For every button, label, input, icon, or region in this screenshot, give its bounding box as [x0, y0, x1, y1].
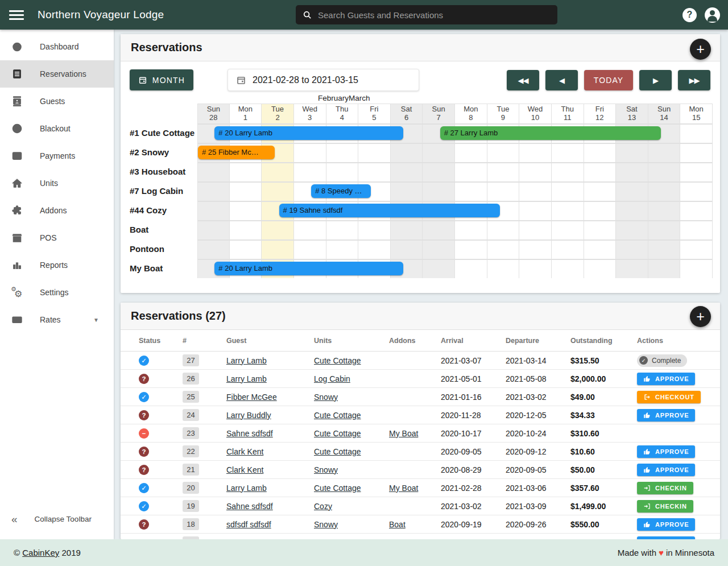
sidebar-item-blackout[interactable]: Blackout	[0, 115, 114, 142]
help-icon[interactable]: ?	[682, 8, 697, 22]
unit-link[interactable]: Snowy	[314, 520, 338, 529]
fast-rewind-button[interactable]: ◀◀	[507, 70, 539, 90]
sidebar-item-reservations[interactable]: Reservations	[0, 60, 114, 88]
column-header-departure: Departure	[506, 337, 570, 345]
approve-button[interactable]: APPROVE	[637, 464, 695, 476]
collapse-toolbar-button[interactable]: « Collapse Toolbar	[0, 509, 114, 529]
approve-button[interactable]: APPROVE	[637, 445, 695, 458]
cabinkey-link[interactable]: CabinKey	[22, 548, 59, 557]
unit-link[interactable]: Cute Cottage	[314, 484, 361, 493]
search-icon	[303, 10, 312, 20]
unit-link[interactable]: Cute Cottage	[314, 411, 361, 420]
sidebar-item-reports[interactable]: Reports	[0, 251, 114, 279]
unit-row-label: My Boat	[130, 259, 163, 278]
day-header: Fri5	[358, 104, 390, 123]
approve-button[interactable]: APPROVE	[637, 373, 695, 385]
guest-link[interactable]: Larry Lamb	[226, 374, 267, 383]
number-cell: 21	[183, 464, 226, 476]
guest-cell: Larry Lamb	[226, 356, 314, 365]
table-row: ?24Larry BuddlyCute Cottage2020-11-28202…	[121, 406, 720, 424]
outstanding-cell: $1,499.00	[570, 502, 637, 511]
step-back-button[interactable]: ◀	[545, 70, 578, 90]
addon-link[interactable]: My Boat	[389, 429, 418, 438]
add-reservation-button[interactable]: +	[690, 39, 711, 60]
day-header: Tue9	[487, 104, 519, 123]
guest-link[interactable]: Clark Kent	[226, 447, 263, 456]
actions-cell: CHECKIN	[637, 500, 720, 513]
sidebar-item-label: Dashboard	[40, 42, 79, 51]
reservation-bar[interactable]: # 8 Speedy …	[311, 184, 371, 198]
sidebar: DashboardReservationsGuestsBlackout$Paym…	[0, 30, 114, 539]
sidebar-item-dashboard[interactable]: Dashboard	[0, 33, 114, 60]
units-cell: Cute Cottage	[314, 429, 389, 438]
reservation-bar[interactable]: # 20 Larry Lamb	[214, 126, 403, 140]
guest-link[interactable]: Sahne sdfsdf	[226, 502, 273, 511]
account-icon[interactable]	[705, 7, 720, 23]
column-header-guest: Guest	[226, 337, 314, 345]
step-forward-button[interactable]: ▶	[639, 70, 672, 90]
settings-icon: ⚙⚙	[10, 286, 24, 299]
arrival-cell: 2020-09-19	[441, 520, 506, 529]
reservation-bar[interactable]: # 25 Fibber Mc…	[198, 146, 275, 159]
guest-cell: Sahne sdfsdf	[226, 429, 314, 438]
sidebar-item-units[interactable]: Units	[0, 170, 114, 197]
checkin-button[interactable]: CHECKIN	[637, 482, 693, 494]
reservation-bar[interactable]: # 27 Larry Lamb	[440, 126, 661, 140]
reservation-bar[interactable]: # 20 Larry Lamb	[214, 262, 403, 275]
guest-cell: Clark Kent	[226, 465, 314, 474]
search-box[interactable]	[296, 5, 557, 24]
sidebar-item-payments[interactable]: $Payments	[0, 142, 114, 170]
departure-cell: 2021-05-08	[506, 374, 570, 383]
units-cell: Snowy	[314, 520, 389, 529]
column-header-arrival: Arrival	[441, 337, 506, 345]
number-cell: 22	[183, 445, 226, 457]
day-header: Sun7	[423, 104, 454, 123]
menu-icon[interactable]	[9, 8, 24, 22]
reservations-calendar-card: Reservations + MONTH 2021-02-28 to 2021-…	[121, 34, 720, 293]
arrival-cell: 2021-01-16	[441, 393, 506, 402]
reservation-number-chip: 21	[183, 464, 199, 476]
date-range-picker[interactable]: 2021-02-28 to 2021-03-15	[228, 69, 419, 91]
guest-link[interactable]: Fibber McGee	[226, 393, 277, 402]
month-view-button[interactable]: MONTH	[130, 69, 193, 90]
sidebar-item-rates[interactable]: Rates▼	[0, 306, 114, 333]
guest-link[interactable]: Larry Lamb	[226, 484, 267, 493]
units-cell: Cute Cottage	[314, 411, 389, 420]
search-input[interactable]	[318, 10, 551, 20]
unit-link[interactable]: Cute Cottage	[314, 356, 361, 365]
reservation-number-chip: 24	[183, 409, 199, 421]
sidebar-item-guests[interactable]: Guests	[0, 88, 114, 115]
unit-link[interactable]: Log Cabin	[314, 374, 350, 383]
reservation-bar[interactable]: # 19 Sahne sdfsdf	[279, 204, 500, 217]
unit-link[interactable]: Snowy	[314, 393, 338, 402]
unit-row-label: #44 Cozy	[130, 201, 167, 220]
addon-link[interactable]: My Boat	[389, 484, 418, 493]
unit-link[interactable]: Cute Cottage	[314, 429, 361, 438]
actions-cell: APPROVE	[637, 445, 720, 458]
checkout-button[interactable]: CHECKOUT	[637, 391, 701, 403]
addon-link[interactable]: Boat	[389, 520, 406, 529]
sidebar-item-addons[interactable]: Addons	[0, 197, 114, 224]
sidebar-item-pos[interactable]: POS	[0, 224, 114, 251]
add-reservation-button[interactable]: +	[690, 306, 711, 327]
sidebar-item-settings[interactable]: ⚙⚙Settings	[0, 279, 114, 306]
actions-cell: CHECKOUT	[637, 391, 720, 403]
guest-link[interactable]: Clark Kent	[226, 465, 263, 474]
unit-link[interactable]: Cute Cottage	[314, 447, 361, 456]
unit-link[interactable]: Snowy	[314, 465, 338, 474]
approve-button[interactable]: APPROVE	[637, 409, 695, 422]
guest-link[interactable]: sdfsdf sdfsdf	[226, 520, 271, 529]
fast-forward-button[interactable]: ▶▶	[678, 70, 710, 90]
unit-row-label: Boat	[130, 220, 148, 239]
guest-link[interactable]: Sahne sdfsdf	[226, 429, 273, 438]
svg-text:$: $	[15, 153, 19, 159]
guest-cell: Larry Buddly	[226, 411, 314, 420]
checkin-button[interactable]: CHECKIN	[637, 500, 693, 513]
approve-button[interactable]: APPROVE	[637, 518, 695, 531]
today-button[interactable]: TODAY	[584, 70, 633, 90]
day-header: Mon1	[230, 104, 262, 123]
unit-link[interactable]: Cozy	[314, 502, 332, 511]
guest-link[interactable]: Larry Lamb	[226, 356, 267, 365]
guest-link[interactable]: Larry Buddly	[226, 411, 271, 420]
reservations-icon	[10, 68, 24, 80]
